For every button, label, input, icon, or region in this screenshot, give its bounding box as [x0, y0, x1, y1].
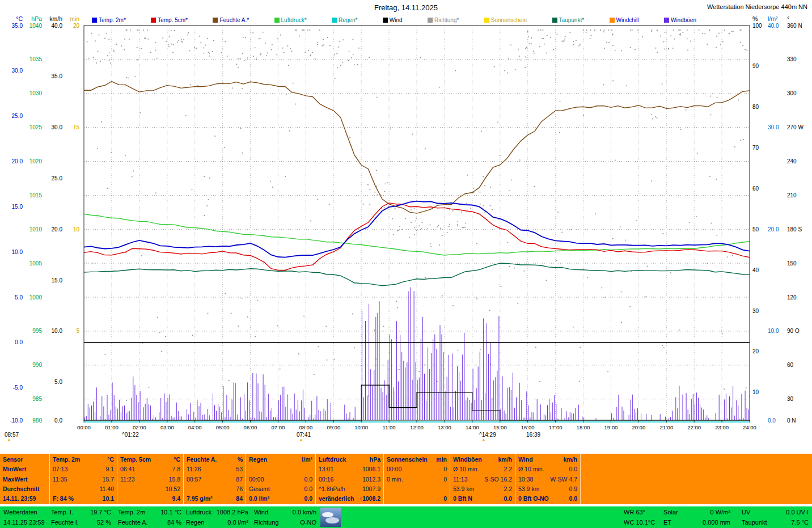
table-column-sensor: SensorMinWertMaxWertDurchschnitt14.11. 2…: [0, 454, 50, 504]
svg-text:14:00: 14:00: [466, 424, 479, 430]
table-row: ^1.8hPa/h1007.9: [316, 484, 383, 493]
svg-text:360 N: 360 N: [787, 23, 802, 29]
column-unit: %: [238, 456, 243, 463]
status-value: O-NO: [300, 519, 316, 526]
table-row: 0 Bft O-NO0.0: [515, 494, 580, 504]
status-group-uv-taupunkt: UV0.0 UV-ITaupunkt7.5 °C: [742, 507, 809, 527]
status-value: 52 %: [97, 519, 111, 526]
cell-label: 11:26: [187, 466, 201, 472]
svg-text:hPa: hPa: [31, 15, 42, 22]
status-group-wind: Wind0.0 km/hRichtungO-NO: [254, 507, 316, 527]
svg-text:20: 20: [73, 23, 80, 29]
status-line: UV0.0 UV-I: [742, 507, 809, 517]
cloud-icon: [325, 517, 339, 523]
svg-text:10.0: 10.0: [768, 328, 779, 334]
svg-text:23:00: 23:00: [715, 424, 729, 430]
status-value: 0 W/m²: [710, 509, 730, 516]
cell-value: 15.7: [103, 476, 114, 483]
cell-value: 11.40: [100, 485, 115, 492]
svg-text:0.0: 0.0: [54, 417, 62, 424]
cell-label: veränderlich: [319, 495, 354, 502]
table-row: Durchschnitt: [0, 484, 49, 493]
column-unit: l/m²: [302, 456, 312, 463]
status-text: WR 63°: [624, 509, 645, 516]
status-label: Solar: [663, 509, 678, 516]
status-line: Taupunkt7.5 °C: [742, 517, 809, 527]
svg-text:25.0: 25.0: [12, 113, 23, 119]
table-row: 53.9 km0.9: [515, 484, 580, 493]
cell-value: 0.0: [304, 476, 312, 483]
table-row: MaxWert: [0, 474, 49, 484]
svg-text:70: 70: [752, 145, 759, 151]
status-line: Feuchte I.52 %: [51, 517, 111, 527]
svg-text:18:00: 18:00: [577, 424, 590, 430]
svg-text:40.0: 40.0: [768, 23, 779, 29]
svg-text:20: 20: [752, 348, 759, 354]
cell-value: 9.4: [172, 495, 180, 502]
svg-text:1010: 1010: [29, 226, 43, 233]
svg-text:22:00: 22:00: [687, 424, 701, 430]
series-richtung: [87, 29, 750, 404]
grid-lines: [84, 26, 750, 420]
sun-marker-icon: ▲: [481, 437, 486, 442]
status-line: WR 63°: [624, 507, 661, 517]
cell-value: 0.0: [304, 495, 312, 502]
cell-value: 1012.3: [362, 476, 380, 483]
svg-text:min: min: [70, 15, 79, 22]
table-column-wind: Windkm/hØ 10 min.0.010:38W-SW 4.753.9 km…: [515, 454, 581, 504]
column-title: Sonnenschein: [387, 456, 428, 463]
table-row: 11.40: [50, 484, 117, 493]
status-line: 14.11.25 23:59: [3, 517, 52, 527]
table-row: veränderlich↑1008.2: [316, 494, 383, 504]
svg-text:04:00: 04:00: [188, 424, 202, 430]
svg-text:1020: 1020: [29, 158, 43, 164]
cell-value: 0: [443, 495, 447, 502]
table-row: [246, 464, 315, 474]
status-text: WC 10.1°C: [624, 519, 655, 526]
status-group-aussen: Temp. 2m10.1 °CFeuchte A.84 %: [118, 507, 181, 527]
status-group-solar-et: Solar0 W/m²ET0.000 mm: [663, 507, 730, 527]
table-row: 11:2653: [184, 464, 246, 474]
column-unit: °C: [174, 456, 180, 463]
svg-text:5.0: 5.0: [15, 294, 23, 301]
status-label: Temp. 2m: [118, 509, 145, 516]
status-label: Regen: [186, 519, 204, 526]
svg-text:5: 5: [76, 328, 79, 334]
cell-value: 84: [236, 495, 243, 502]
column-title: Feuchte A.: [187, 456, 217, 463]
svg-text:02:00: 02:00: [133, 424, 146, 430]
cell-value: 10.52: [166, 485, 180, 492]
svg-text:03:00: 03:00: [160, 424, 174, 430]
svg-text:980: 980: [32, 417, 42, 424]
table-row: 00:5787: [184, 474, 246, 484]
svg-text:1000: 1000: [29, 294, 43, 301]
svg-text:1015: 1015: [29, 192, 43, 198]
cell-value: 1007.9: [362, 485, 380, 492]
svg-text:1035: 1035: [29, 56, 43, 62]
status-label: Richtung: [254, 519, 278, 526]
cell-value: 0: [443, 466, 447, 472]
svg-text:-5.0: -5.0: [13, 385, 23, 391]
column-unit: °C: [107, 456, 114, 463]
axis-tick-labels: 35.030.025.020.015.010.05.00.0-5.0-10.0°…: [10, 15, 803, 424]
svg-text:990: 990: [32, 362, 42, 368]
status-line: Wind0.0 km/h: [254, 507, 316, 517]
svg-text:25.0: 25.0: [52, 175, 63, 181]
svg-text:24:00: 24:00: [743, 424, 756, 430]
status-label: Temp. I.: [51, 509, 73, 516]
svg-text:90: 90: [752, 63, 759, 69]
table-row: 00:000: [384, 464, 450, 474]
table-filler: [581, 454, 812, 504]
column-unit: km/h: [498, 456, 512, 463]
cell-label: Gesamt:: [249, 485, 272, 492]
cell-label: Ø 10 min.: [518, 466, 544, 472]
table-header: Windböenkm/h: [450, 454, 515, 464]
table-header: Windkm/h: [515, 454, 580, 464]
svg-text:15.0: 15.0: [12, 204, 23, 210]
table-row: 00:161012.3: [316, 474, 383, 484]
cell-label: 00:00: [249, 476, 264, 483]
svg-text:1030: 1030: [29, 90, 43, 96]
svg-text:°C: °C: [16, 15, 23, 22]
svg-text:20.0: 20.0: [768, 226, 779, 233]
table-header: Regenl/m²: [246, 454, 315, 464]
